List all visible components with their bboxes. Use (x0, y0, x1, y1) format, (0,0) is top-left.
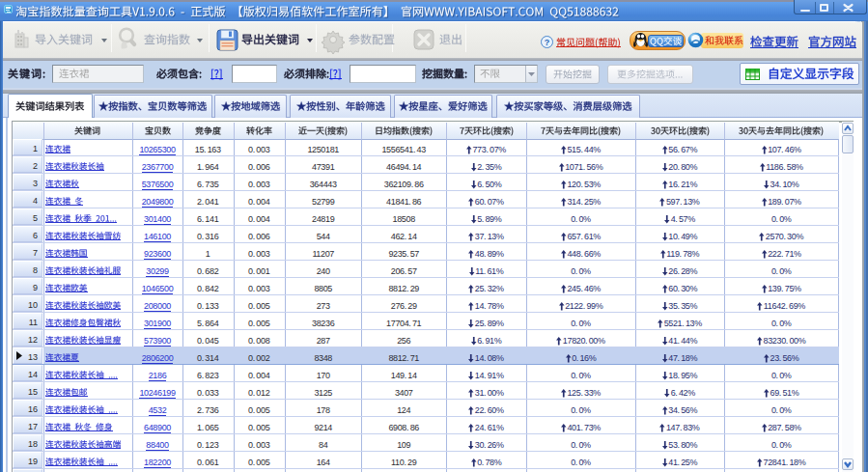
svg-text:?: ? (545, 38, 550, 47)
